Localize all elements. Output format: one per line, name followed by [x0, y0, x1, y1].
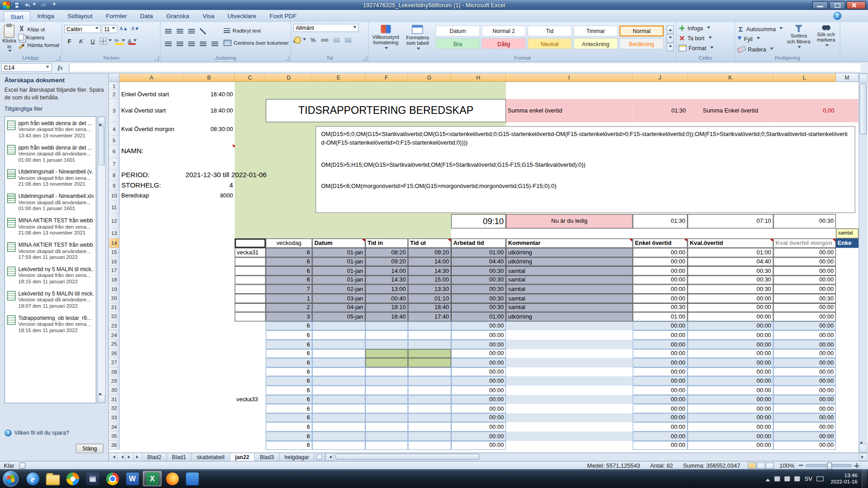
alignment-dialog-launcher[interactable]	[285, 56, 290, 61]
cell-K14[interactable]: Kval.övertid	[688, 239, 774, 248]
cell-G16[interactable]: 14:00	[408, 257, 451, 266]
cell-C31[interactable]: vecka33	[235, 395, 266, 404]
insert-worksheet-button[interactable]	[315, 453, 325, 461]
cell-D19[interactable]: 7	[266, 285, 312, 294]
cell-G14[interactable]: Tid ut	[408, 239, 451, 248]
style-chip-datum[interactable]: Datum	[436, 25, 480, 36]
cell-C16[interactable]	[235, 257, 266, 266]
align-middle-button[interactable]	[175, 26, 185, 36]
cell-J32[interactable]: 00:00	[633, 404, 688, 413]
vertical-scrollbar[interactable]	[859, 74, 868, 453]
cell-F19[interactable]: 13:00	[365, 285, 408, 294]
taskbar-messenger[interactable]	[183, 471, 202, 486]
wrap-text-button[interactable]: Radbryt text	[222, 26, 298, 36]
cell-A6[interactable]: NAMN:	[119, 145, 184, 158]
cell-J30[interactable]: 00:00	[633, 385, 688, 394]
fill-color-button[interactable]	[113, 36, 126, 46]
cell-F32[interactable]	[365, 404, 408, 413]
cell-K16[interactable]: 04:40	[688, 257, 774, 266]
previous-sheet-button[interactable]	[118, 453, 126, 461]
cell-D23[interactable]: 6	[266, 321, 312, 330]
cell-G17[interactable]: 14:30	[408, 266, 451, 275]
row-header-33[interactable]: 33	[109, 413, 119, 422]
redo-button[interactable]	[40, 2, 47, 8]
cell-G33[interactable]	[408, 413, 451, 422]
row-header-29[interactable]: 29	[109, 376, 119, 385]
tab-data[interactable]: Data	[133, 11, 160, 22]
row-header-4[interactable]: 4	[109, 122, 119, 136]
cell-F21[interactable]: 18:10	[365, 303, 408, 312]
cell-F23[interactable]	[365, 321, 408, 330]
cell-H31[interactable]: 00:00	[451, 395, 506, 404]
cell-H15[interactable]: 01:00	[451, 248, 506, 257]
cell-E31[interactable]	[312, 395, 366, 404]
cell-J12[interactable]: 01:30	[633, 214, 688, 229]
cell-D22[interactable]: 3	[266, 312, 312, 321]
cell-D14[interactable]: veckodag	[266, 239, 312, 248]
cell-G26[interactable]	[408, 349, 451, 358]
cell-D29[interactable]: 6	[266, 376, 312, 385]
cell-G31[interactable]	[408, 395, 451, 404]
cell-J3[interactable]: 01:30	[633, 99, 688, 122]
cell-I17[interactable]: samtal	[506, 266, 632, 275]
gallery-scroll-down-button[interactable]	[666, 34, 674, 42]
row-header-27[interactable]: 27	[109, 358, 119, 367]
cell-G32[interactable]	[408, 404, 451, 413]
style-chip-dålig[interactable]: Dålig	[481, 38, 526, 49]
cell-E18[interactable]: 01-jan	[312, 276, 366, 285]
zoom-in-icon[interactable]	[854, 463, 859, 468]
cell-A10[interactable]: Beredskap	[119, 191, 184, 201]
row-header-20[interactable]: 20	[109, 294, 119, 303]
formula-input[interactable]	[69, 62, 860, 72]
cell-D32[interactable]: 6	[266, 404, 312, 413]
row-header-24[interactable]: 24	[109, 330, 119, 339]
row-header-17[interactable]: 17	[109, 266, 119, 275]
cell-F24[interactable]	[365, 330, 408, 339]
underline-button[interactable]: U	[87, 36, 98, 46]
row-header-7[interactable]: 7	[109, 158, 119, 170]
cell-I16[interactable]: utkörning	[506, 257, 632, 266]
recovery-file-3[interactable]: Utdelningsmall - Nineambell (v...Version…	[5, 165, 96, 190]
row-header-13[interactable]: 13	[109, 229, 119, 239]
cell-F25[interactable]	[365, 340, 408, 349]
cell-L25[interactable]: 00:00	[774, 340, 836, 349]
cell-K30[interactable]: 00:00	[688, 385, 774, 394]
cell-G19[interactable]: 13:30	[408, 285, 451, 294]
cell-K3[interactable]: Summa Enkel övertid	[688, 99, 774, 122]
col-header-H[interactable]: H	[451, 74, 506, 82]
undo-button[interactable]	[24, 2, 36, 8]
cell-F28[interactable]	[365, 367, 408, 376]
decrease-indent-button[interactable]	[198, 39, 208, 49]
font-dialog-launcher[interactable]	[155, 56, 159, 61]
number-format-select[interactable]: Allmänt	[293, 24, 359, 32]
cell-F15[interactable]: 08:20	[365, 248, 408, 257]
row-header-32[interactable]: 32	[109, 404, 119, 413]
cell-I15[interactable]: utkörning	[506, 248, 632, 257]
cell-H22[interactable]: 01:00	[451, 312, 506, 321]
cell-L14[interactable]: Kval övertid morgon	[774, 239, 836, 248]
cell-L31[interactable]: 00:00	[774, 395, 836, 404]
show-desktop-button[interactable]	[862, 469, 867, 488]
cell-H23[interactable]: 00:00	[451, 321, 506, 330]
cell-G25[interactable]	[408, 340, 451, 349]
taskbar-firefox[interactable]	[163, 471, 182, 486]
autosum-button[interactable]: ΣAutosumma	[737, 25, 783, 33]
row-header-18[interactable]: 18	[109, 276, 119, 285]
macro-record-icon[interactable]	[19, 462, 25, 468]
clipboard-dialog-launcher[interactable]	[56, 56, 61, 61]
col-header-F[interactable]: F	[365, 74, 408, 82]
minimize-button[interactable]	[812, 1, 828, 9]
cell-G15[interactable]: 09:20	[408, 248, 451, 257]
cell-J19[interactable]: 00:00	[633, 285, 688, 294]
style-chip-neutral[interactable]: Neutral	[528, 38, 572, 49]
cell-H12[interactable]: 09:10	[451, 214, 506, 229]
cell-E19[interactable]: 02-jan	[312, 285, 366, 294]
cell-D16[interactable]: 6	[266, 257, 312, 266]
increase-decimal-button[interactable]	[331, 35, 341, 45]
delete-cells-button[interactable]: Ta bort	[679, 34, 732, 43]
cell-D31[interactable]: 6	[266, 395, 312, 404]
cell-B6[interactable]	[184, 145, 235, 158]
row-header-30[interactable]: 30	[109, 385, 119, 394]
cell-F33[interactable]	[365, 413, 408, 422]
cell-L34[interactable]: 00:00	[774, 422, 836, 432]
